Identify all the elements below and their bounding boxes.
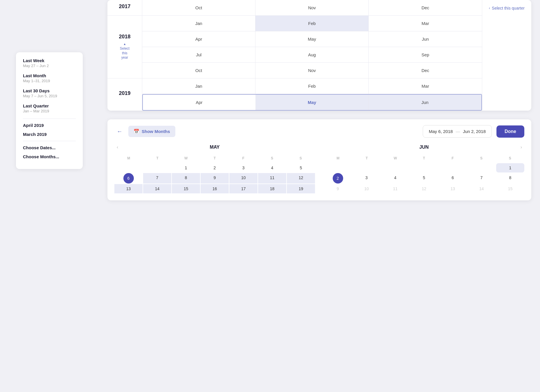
done-button[interactable]: Done xyxy=(496,125,524,138)
sidebar: Last Week May 27 – Jun 2 Last Month May … xyxy=(16,52,83,169)
month-2018-jul[interactable]: Jul xyxy=(142,47,255,62)
back-button[interactable]: ← xyxy=(114,127,125,136)
jun-day-f: F xyxy=(438,155,467,161)
cal-day-jun-9[interactable]: 9 xyxy=(324,184,352,193)
calendar-may: ‹ MAY › M T W T F S S 1 xyxy=(114,143,315,193)
cal-day-may-14[interactable]: 14 xyxy=(143,184,171,193)
month-2018-mar[interactable]: Mar xyxy=(369,16,482,31)
month-2019-may[interactable]: May xyxy=(256,95,369,110)
show-months-button[interactable]: 📅 Show Months xyxy=(128,126,175,137)
month-2019-feb[interactable]: Feb xyxy=(255,78,369,94)
sidebar-item-last-month-sub: May 1–31, 2019 xyxy=(23,79,76,83)
month-2018-oct[interactable]: Oct xyxy=(142,63,255,78)
day-name-w: W xyxy=(172,155,200,161)
cal-day-may-3[interactable]: 3 xyxy=(229,163,258,172)
cal-day-may-5[interactable]: 5 xyxy=(287,163,315,172)
cal-day-may-8[interactable]: 8 xyxy=(172,173,200,184)
year-2018-months: Jan Feb Mar Apr May Jun Jul Aug Sep xyxy=(142,16,482,78)
select-year-2018-label: Selectthisyear xyxy=(120,46,129,60)
sidebar-item-last-week-title: Last Week xyxy=(23,58,76,63)
month-2018-sep[interactable]: Sep xyxy=(369,47,482,62)
month-2018-may[interactable]: May xyxy=(255,31,369,47)
sidebar-choose-dates[interactable]: Choose Dates... xyxy=(23,145,76,150)
months-row-2019-2: Apr May Jun xyxy=(142,94,482,111)
cal-days-header-may: M T W T F S S xyxy=(114,155,315,161)
cal-day-may-18[interactable]: 18 xyxy=(258,184,286,193)
cal-day-may-1[interactable]: 1 xyxy=(172,163,200,172)
month-2018-aug[interactable]: Aug xyxy=(255,47,369,62)
toolbar-right: May 6, 2018 — Jun 2, 2018 Done xyxy=(423,125,524,138)
cal-day-jun-5[interactable]: 5 xyxy=(410,173,438,184)
cal-day-may-2[interactable]: 2 xyxy=(201,163,229,172)
month-2017-dec[interactable]: Dec xyxy=(369,0,482,15)
cal-day-jun-14[interactable]: 14 xyxy=(467,184,496,193)
cal-day-may-11[interactable]: 11 xyxy=(258,173,286,184)
select-year-2018-link[interactable]: ▲ Selectthisyear xyxy=(120,42,129,60)
cal-day-jun-2[interactable]: 2 xyxy=(333,173,343,184)
jun-day-s2: S xyxy=(496,155,524,161)
month-2017-nov[interactable]: Nov xyxy=(255,0,369,15)
sidebar-choose-months[interactable]: Choose Months... xyxy=(23,154,76,159)
sidebar-item-last-30-days[interactable]: Last 30 Days May 7 – Jun 5, 2019 xyxy=(23,88,76,98)
cal-day-jun-empty-4 xyxy=(410,163,438,172)
month-2018-apr[interactable]: Apr xyxy=(142,31,255,47)
cal-day-may-15[interactable]: 15 xyxy=(172,184,200,193)
cal-day-empty-1 xyxy=(114,163,143,172)
sidebar-item-last-quarter[interactable]: Last Quarter Jan – Mar 2019 xyxy=(23,103,76,113)
cal-day-may-6[interactable]: 6 xyxy=(123,173,134,184)
chevron-left-icon: ‹ xyxy=(489,6,490,10)
months-row-2018-4: Oct Nov Dec xyxy=(142,63,482,78)
cal-day-jun-12[interactable]: 12 xyxy=(410,184,438,193)
calendar-icon: 📅 xyxy=(134,129,139,134)
cal-day-may-7[interactable]: 7 xyxy=(143,173,171,184)
month-name-jun: JUN xyxy=(330,145,518,150)
jun-day-t2: T xyxy=(410,155,438,161)
month-2018-jan[interactable]: Jan xyxy=(142,16,255,31)
cal-day-jun-13[interactable]: 13 xyxy=(439,184,467,193)
cal-day-may-17[interactable]: 17 xyxy=(229,184,258,193)
month-name-may: MAY xyxy=(120,145,309,150)
prev-month-button-may[interactable]: ‹ xyxy=(114,143,120,151)
cal-day-jun-8[interactable]: 8 xyxy=(496,173,524,184)
month-2018-jun[interactable]: Jun xyxy=(369,31,482,47)
cal-days-jun: 1 2 3 4 5 6 7 8 9 10 11 12 13 14 15 xyxy=(324,163,524,193)
cal-day-jun-6[interactable]: 6 xyxy=(439,173,467,184)
cal-day-jun-4[interactable]: 4 xyxy=(381,173,409,184)
sidebar-item-last-week[interactable]: Last Week May 27 – Jun 2 xyxy=(23,58,76,68)
cal-day-jun-empty-1 xyxy=(324,163,352,172)
right-quarter-panel: ‹ Select this quarter xyxy=(482,0,531,111)
cal-day-jun-15[interactable]: 15 xyxy=(496,184,524,193)
cal-days-header-jun: M T W T F S S xyxy=(324,155,524,161)
months-row-2018-3: Jul Aug Sep xyxy=(142,47,482,63)
calendar-panel: ← 📅 Show Months May 6, 2018 — Jun 2, 201… xyxy=(107,119,531,200)
month-2019-jan[interactable]: Jan xyxy=(142,78,255,94)
month-2018-dec[interactable]: Dec xyxy=(369,63,482,78)
cal-day-jun-11[interactable]: 11 xyxy=(381,184,409,193)
next-month-button-jun[interactable]: › xyxy=(518,143,524,151)
show-months-label: Show Months xyxy=(142,129,170,134)
sidebar-march-2019[interactable]: March 2019 xyxy=(23,132,76,137)
month-2019-apr[interactable]: Apr xyxy=(143,95,256,110)
month-2018-nov[interactable]: Nov xyxy=(255,63,369,78)
cal-day-may-4[interactable]: 4 xyxy=(258,163,286,172)
cal-day-jun-1[interactable]: 1 xyxy=(496,163,524,172)
cal-day-may-13[interactable]: 13 xyxy=(114,184,143,193)
cal-day-jun-empty-5 xyxy=(439,163,467,172)
sidebar-april-2019[interactable]: April 2019 xyxy=(23,123,76,128)
sidebar-item-last-month[interactable]: Last Month May 1–31, 2019 xyxy=(23,73,76,83)
month-2017-oct[interactable]: Oct xyxy=(142,0,255,15)
jun-day-m: M xyxy=(324,155,352,161)
month-2019-mar[interactable]: Mar xyxy=(369,78,482,94)
month-2019-jun[interactable]: Jun xyxy=(368,95,481,110)
cal-day-may-9[interactable]: 9 xyxy=(201,173,229,184)
cal-day-may-19[interactable]: 19 xyxy=(287,184,315,193)
cal-day-jun-7[interactable]: 7 xyxy=(467,173,496,184)
cal-day-may-16[interactable]: 16 xyxy=(201,184,229,193)
cal-day-jun-10[interactable]: 10 xyxy=(352,184,381,193)
select-quarter-link[interactable]: ‹ Select this quarter xyxy=(489,6,525,10)
cal-header-may: ‹ MAY › xyxy=(114,143,315,151)
cal-day-jun-3[interactable]: 3 xyxy=(352,173,381,184)
cal-day-may-12[interactable]: 12 xyxy=(287,173,315,184)
cal-day-may-10[interactable]: 10 xyxy=(229,173,258,184)
month-2018-feb[interactable]: Feb xyxy=(255,16,369,31)
